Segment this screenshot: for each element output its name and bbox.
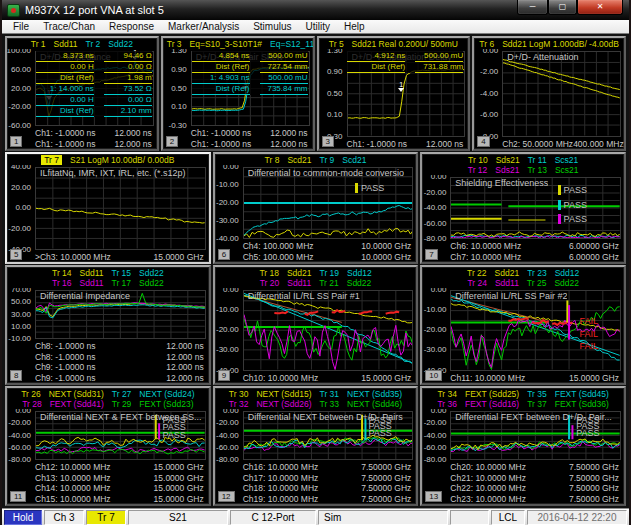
trace-label[interactable]: Tr 12 <box>468 165 488 175</box>
plot-body[interactable]: 0.00-20.00-40.00-60.00-80.00PASSPASSPASS… <box>422 409 624 462</box>
plot-area[interactable] <box>243 290 414 371</box>
plot-area[interactable]: FAILFAILFAIL <box>450 290 621 371</box>
active-channel[interactable]: Ch 3 <box>44 510 84 525</box>
panel-number-badge[interactable]: 5 <box>10 249 22 260</box>
panel-number-badge[interactable]: 10 <box>425 370 442 381</box>
channel-panel-2[interactable]: Tr 3Eq=S10_3-S10T1#Eq=S12_11-S1.300.900.… <box>161 36 315 151</box>
trace-label[interactable]: Tr 8 <box>265 155 280 165</box>
trace-label[interactable]: Tr 37 <box>527 399 547 409</box>
plot-body[interactable]: 1.300.900.500.10-0.301D+/D- Propagation … <box>319 49 469 139</box>
plot-body[interactable]: 70.0050.0030.0010.00-10.00Differential I… <box>7 288 209 341</box>
trace-label[interactable]: Tr 19 <box>320 268 340 278</box>
trigger-state[interactable]: Hold <box>4 510 42 525</box>
trace-label[interactable]: Sdd22 <box>139 268 164 278</box>
trace-label[interactable]: FEXT (Sdd16) <box>465 399 519 409</box>
panel-number-badge[interactable]: 11 <box>10 491 26 502</box>
menu-item-response[interactable]: Response <box>102 21 161 33</box>
trace-label[interactable]: Tr 14 <box>52 268 72 278</box>
channel-panel-6[interactable]: Tr 8Scd21Tr 9Scd210.00-10.00-20.00-30.00… <box>213 152 419 264</box>
trace-label[interactable]: FEXT (Sdd45) <box>555 389 609 399</box>
trace-label[interactable]: Sdd22 <box>108 39 133 49</box>
close-button[interactable]: ✕ <box>577 0 623 15</box>
minimize-button[interactable]: ─ <box>517 0 548 15</box>
trace-label[interactable]: Tr 31 <box>320 389 340 399</box>
plot-body[interactable]: 40.0020.000.00-20.00-40.00ILfitatNq, IMR… <box>7 165 209 252</box>
trace-label[interactable]: Sdd11 <box>54 39 78 49</box>
trace-label[interactable]: Tr 25 <box>527 278 547 288</box>
plot-body[interactable]: 100.0060.0020.00-20.00-60.0011D+/D- Impe… <box>7 49 157 128</box>
trace-label[interactable]: Sdd21 <box>495 268 520 278</box>
trace-label[interactable]: NEXT (Sdd26) <box>256 399 311 409</box>
trace-label[interactable]: FEXT (Sdd41) <box>50 399 104 409</box>
plot-body[interactable]: 0.00-2.00-4.00-6.00-8.00D+/D- Attenuatio… <box>474 49 624 139</box>
trace-label[interactable]: Tr 34 <box>437 389 457 399</box>
trace-label[interactable]: Tr 33 <box>320 399 340 409</box>
trace-label[interactable]: Tr 18 <box>259 268 279 278</box>
menu-item-trace-chan[interactable]: Trace/Chan <box>36 21 102 33</box>
panel-number-badge[interactable]: 2 <box>166 136 178 147</box>
channel-panel-13[interactable]: Tr 34FEXT (Sdd25)Tr 35FEXT (Sdd45)Tr 36F… <box>420 386 626 506</box>
trace-label[interactable]: NEXT (Sdd31) <box>49 389 104 399</box>
trace-label[interactable]: Tr 32 <box>229 399 249 409</box>
trace-label[interactable]: FEXT (Sdd23) <box>139 399 193 409</box>
plot-body[interactable]: 0.00-20.00-40.00-60.00-80.00PASSPASSPASS… <box>215 409 417 462</box>
channel-panel-7[interactable]: Tr 10Sds21Tr 11Scs21Tr 12Sds21Tr 13Scs21… <box>420 152 626 264</box>
trace-label[interactable]: Sdd22 <box>139 278 164 288</box>
plot-body[interactable]: 0.00-10.00-20.00-30.00-40.00PASSDifferen… <box>215 165 417 241</box>
plot-body[interactable]: 1.300.900.500.10-0.301D+/D- Intra Pair S… <box>163 49 313 128</box>
trace-label[interactable]: Tr 30 <box>229 389 249 399</box>
trace-label[interactable]: Sdd12 <box>347 268 372 278</box>
panel-number-badge[interactable]: 8 <box>10 370 22 381</box>
trace-label[interactable]: Tr 26 <box>21 389 41 399</box>
trace-label[interactable]: Tr 29 <box>112 399 132 409</box>
plot-body[interactable]: 0.00-10.00-20.00-30.00-40.00Differential… <box>215 288 417 373</box>
trace-label[interactable]: Tr 11 <box>528 155 547 165</box>
trace-label[interactable]: Sdd11 <box>495 278 519 288</box>
trace-label[interactable]: Tr 22 <box>467 268 487 278</box>
trace-label[interactable]: NEXT (Sdd24) <box>139 389 194 399</box>
trace-label[interactable]: Tr 20 <box>260 278 280 288</box>
trace-label[interactable]: NEXT (Sdd35) <box>347 389 402 399</box>
trace-label[interactable]: Sdd22 <box>347 278 372 288</box>
menu-item-stimulus[interactable]: Stimulus <box>246 21 298 33</box>
channel-panel-10[interactable]: Tr 22Sdd21Tr 23Sdd12Tr 24Sdd11Tr 25Sdd22… <box>420 265 626 385</box>
trace-label[interactable]: FEXT (Sdd25) <box>465 389 519 399</box>
trace-label[interactable]: Tr 28 <box>22 399 42 409</box>
trace-label[interactable]: Eq=S10_3-S10T1# <box>190 39 263 49</box>
trace-label[interactable]: Tr 23 <box>527 268 547 278</box>
panel-number-badge[interactable]: 4 <box>477 136 489 147</box>
channel-panel-11[interactable]: Tr 26NEXT (Sdd31)Tr 27NEXT (Sdd24)Tr 28F… <box>5 386 211 506</box>
menu-item-help[interactable]: Help <box>337 21 372 33</box>
trace-label[interactable]: FEXT (Sdd36) <box>555 399 609 409</box>
plot-area[interactable] <box>502 51 621 137</box>
channel-panel-3[interactable]: Tr 5Sdd21 Real 0.200U/ 500mU1.300.900.50… <box>317 36 471 151</box>
trace-label[interactable]: NEXT (Sdd46) <box>347 399 402 409</box>
trace-label[interactable]: Eq=S12_11-S <box>270 39 312 49</box>
trace-label[interactable]: Tr 2 <box>86 39 101 49</box>
menu-item-marker-analysis[interactable]: Marker/Analysis <box>161 21 246 33</box>
trace-label[interactable]: Tr 6 <box>479 39 494 49</box>
channel-panel-1[interactable]: Tr 1Sdd11Tr 2Sdd22100.0060.0020.00-20.00… <box>5 36 159 151</box>
trace-label[interactable]: Tr 9 <box>320 155 335 165</box>
trace-label[interactable]: Tr 16 <box>52 278 72 288</box>
trace-label[interactable]: Sdd21 LogM 1.000dB/ -4.00dB <box>502 39 619 49</box>
panel-number-badge[interactable]: 6 <box>218 249 230 260</box>
trace-label[interactable]: Sdd11 <box>287 278 311 288</box>
trace-label[interactable]: NEXT (Sdd15) <box>256 389 311 399</box>
trace-label[interactable]: Sdd22 <box>554 278 579 288</box>
trace-label[interactable]: Tr 27 <box>112 389 132 399</box>
panel-number-badge[interactable]: 13 <box>425 491 442 502</box>
channel-panel-8[interactable]: Tr 14Sdd11Tr 15Sdd22Tr 16Sdd11Tr 17Sdd22… <box>5 265 211 385</box>
plot-body[interactable]: 0.00-10.00-20.00-30.00-40.00FAILFAILFAIL… <box>422 288 624 373</box>
channel-panel-9[interactable]: Tr 18Sdd21Tr 19Sdd12Tr 20Sdd11Tr 21Sdd22… <box>213 265 419 385</box>
panel-number-badge[interactable]: 9 <box>218 370 230 381</box>
trace-label[interactable]: Tr 35 <box>527 389 547 399</box>
trace-label[interactable]: Scs21 <box>555 155 579 165</box>
active-trace[interactable]: Tr 7 <box>86 510 126 525</box>
trace-label[interactable]: Tr 36 <box>437 399 457 409</box>
trace-label[interactable]: Sdd11 <box>80 278 104 288</box>
trace-label[interactable]: Tr 7 <box>41 155 62 165</box>
plot-body[interactable]: 0.00-20.00-40.00-60.00-80.00PASSPASSPASS… <box>7 409 209 462</box>
menu-item-file[interactable]: File <box>6 21 36 33</box>
plot-area[interactable] <box>35 167 206 250</box>
